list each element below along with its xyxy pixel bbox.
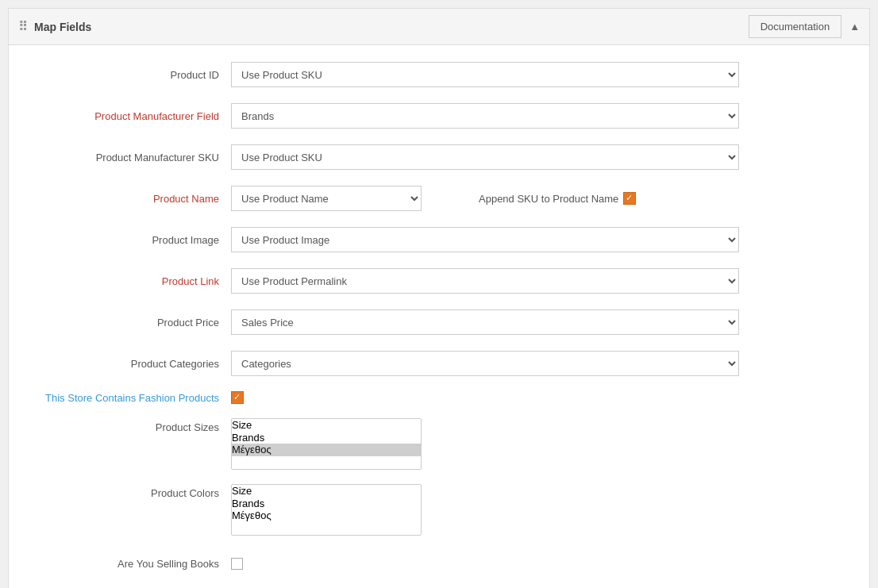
product-price-row: Product Price Sales Price Regular Price … (17, 309, 861, 336)
manufacturer-sku-label: Product Manufacturer SKU (17, 152, 231, 163)
append-sku-text: Append SKU to Product Name (479, 193, 618, 205)
append-sku-label: Append SKU to Product Name (479, 192, 636, 205)
product-image-select[interactable]: Use Product Image Use Featured Image (231, 227, 739, 252)
product-categories-label: Product Categories (17, 358, 231, 370)
documentation-button[interactable]: Documentation (749, 15, 841, 38)
product-price-control: Sales Price Regular Price Product Price (231, 309, 739, 335)
map-fields-panel: ⠿ Map Fields Documentation ▲ Product ID … (8, 8, 870, 588)
panel-header: ⠿ Map Fields Documentation ▲ (9, 9, 869, 45)
manufacturer-sku-row: Product Manufacturer SKU Use Product SKU… (17, 144, 861, 171)
product-categories-control: Categories Tags Custom Taxonomy (231, 351, 739, 376)
product-categories-row: Product Categories Categories Tags Custo… (17, 350, 861, 377)
product-colors-listbox-wrap: Size Brands Μέγεθος (231, 484, 422, 536)
panel-title-text: Map Fields (34, 21, 91, 33)
product-name-row: Product Name Use Product Name Use Produc… (17, 185, 861, 212)
selling-books-row: Are You Selling Books (17, 550, 861, 577)
product-link-select[interactable]: Use Product Permalink Use Product URL (231, 268, 739, 294)
product-link-label: Product Link (17, 275, 231, 287)
manufacturer-field-control: Brands Manufacturer Vendor (231, 103, 739, 129)
product-colors-listbox[interactable]: Size Brands Μέγεθος (231, 484, 422, 536)
manufacturer-field-row: Product Manufacturer Field Brands Manufa… (17, 102, 861, 129)
product-id-label: Product ID (17, 69, 231, 81)
product-name-label: Product Name (17, 193, 231, 205)
product-price-label: Product Price (17, 317, 231, 329)
append-sku-checkbox[interactable] (623, 192, 636, 205)
fashion-products-row: This Store Contains Fashion Products (17, 391, 861, 404)
product-name-control: Use Product Name Use Product Title Use P… (231, 186, 739, 211)
header-right: Documentation ▲ (749, 15, 860, 38)
manufacturer-sku-select[interactable]: Use Product SKU Use Product ID (231, 144, 739, 170)
product-id-control: Use Product SKU Use Product ID Use Produ… (231, 62, 739, 87)
product-sizes-listbox-wrap: Size Brands Μέγεθος (231, 418, 422, 470)
fashion-products-checkbox[interactable] (231, 391, 244, 404)
selling-books-label: Are You Selling Books (17, 558, 231, 570)
manufacturer-field-select[interactable]: Brands Manufacturer Vendor (231, 103, 739, 129)
product-sizes-label: Product Sizes (17, 418, 231, 433)
product-colors-label: Product Colors (17, 484, 231, 499)
manufacturer-field-label: Product Manufacturer Field (17, 110, 231, 122)
panel-body: Product ID Use Product SKU Use Product I… (9, 45, 869, 588)
product-id-row: Product ID Use Product SKU Use Product I… (17, 61, 861, 88)
selling-books-checkbox[interactable] (231, 558, 243, 570)
drag-icon: ⠿ (18, 19, 28, 34)
manufacturer-sku-control: Use Product SKU Use Product ID (231, 144, 739, 170)
product-image-label: Product Image (17, 234, 231, 246)
collapse-icon[interactable]: ▲ (849, 21, 860, 33)
product-sizes-row: Product Sizes Size Brands Μέγεθος (17, 418, 861, 470)
product-link-control: Use Product Permalink Use Product URL (231, 268, 739, 294)
product-colors-row: Product Colors Size Brands Μέγεθος (17, 484, 861, 536)
product-id-select[interactable]: Use Product SKU Use Product ID Use Produ… (231, 62, 739, 87)
product-sizes-listbox[interactable]: Size Brands Μέγεθος (231, 418, 422, 470)
product-name-select[interactable]: Use Product Name Use Product Title Use P… (231, 186, 422, 211)
product-categories-select[interactable]: Categories Tags Custom Taxonomy (231, 351, 739, 376)
product-price-select[interactable]: Sales Price Regular Price Product Price (231, 309, 739, 335)
fashion-products-label: This Store Contains Fashion Products (17, 392, 231, 404)
panel-title: ⠿ Map Fields (18, 19, 91, 34)
product-link-row: Product Link Use Product Permalink Use P… (17, 267, 861, 294)
product-image-control: Use Product Image Use Featured Image (231, 227, 739, 252)
product-image-row: Product Image Use Product Image Use Feat… (17, 226, 861, 253)
